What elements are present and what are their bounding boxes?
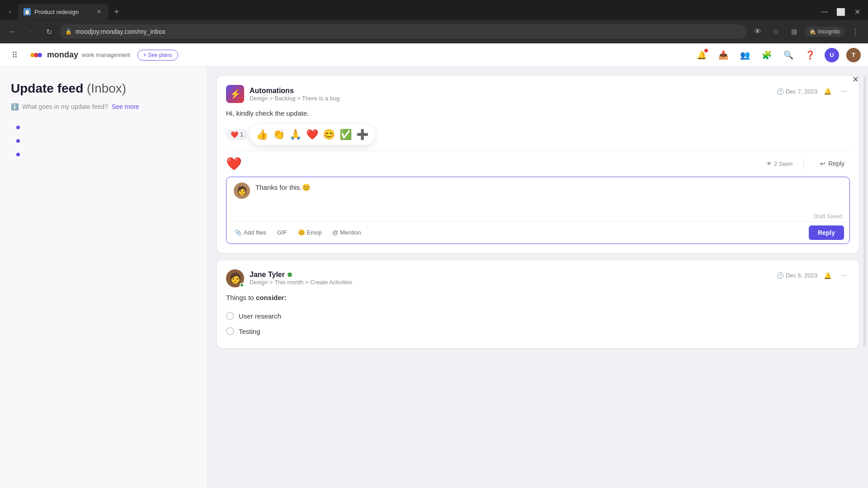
jane-card-body: Things to consider: <box>226 293 850 303</box>
help-btn[interactable]: ❓ <box>803 48 817 62</box>
panel-title: Update feed (Inbox) <box>11 81 197 96</box>
reply-submit-btn[interactable]: Reply <box>809 225 844 240</box>
incognito-icon: 🕵 <box>809 28 816 35</box>
checklist: User research Testing <box>226 308 850 339</box>
check-emoji[interactable]: ✅ <box>339 128 353 141</box>
see-plans-btn[interactable]: + See plans <box>137 50 178 61</box>
jane-tyler-avatar-wrapper: 🧑 <box>226 269 244 287</box>
new-tab-btn[interactable]: + <box>110 5 123 18</box>
sidebar-dot-1 <box>16 126 20 129</box>
modal-close-btn[interactable]: ✕ <box>848 72 863 87</box>
star-icon[interactable]: ☆ <box>769 24 783 39</box>
card-date: 🕐 Dec 7, 2023 <box>777 88 817 95</box>
tab-back-btn[interactable]: ‹ <box>4 5 16 18</box>
checklist-item-2: Testing <box>226 324 850 339</box>
lock-icon: 🔒 <box>65 28 72 35</box>
clock-icon: 🕐 <box>777 88 784 95</box>
clap-emoji[interactable]: 👏 <box>272 128 286 141</box>
search-btn[interactable]: 🔍 <box>781 48 796 62</box>
reply-composer: 🧑 Thanks for this.😊 Draft Saved 📎 Add fi… <box>226 177 850 244</box>
seen-count: 👁 2 Seen <box>766 160 793 167</box>
card-body: Hi, kindly check the update. <box>226 108 850 119</box>
reaction-count: 1 <box>240 131 243 138</box>
bell-icon-btn[interactable]: 🔔 <box>821 85 834 98</box>
add-files-btn[interactable]: 📎 Add files <box>232 227 269 238</box>
jane-card-date: 🕐 Dec 6, 2023 <box>777 272 817 279</box>
automations-card: ⚡ Automations Design > Backlog > There i… <box>217 76 859 253</box>
restore-btn[interactable]: ⬜ <box>834 5 848 19</box>
mention-btn[interactable]: @ Mention <box>330 227 363 238</box>
add-emoji[interactable]: ➕ <box>355 128 369 141</box>
tab-close-btn[interactable]: ✕ <box>95 8 103 16</box>
heart-emoji: ❤️ <box>231 131 238 138</box>
jane-bell-btn[interactable]: 🔔 <box>821 269 834 282</box>
jane-tyler-name: Jane Tyler <box>250 271 285 279</box>
emoji-btn[interactable]: 😊 Emoji <box>295 227 325 238</box>
minimize-btn[interactable]: — <box>817 5 832 19</box>
app-logo: monday work management <box>29 48 130 62</box>
heart-reaction-pill[interactable]: ❤️ 1 <box>226 129 248 140</box>
info-icon: ℹ️ <box>11 103 19 110</box>
eye-slash-icon[interactable]: 👁 <box>750 24 765 39</box>
emoji-picker: 👍 👏 🙏 ❤️ 😊 ✅ ➕ <box>250 124 375 145</box>
apps-grid-btn[interactable]: ⠿ <box>7 48 22 62</box>
user-avatar2-btn[interactable]: T <box>846 48 861 62</box>
checklist-radio-2[interactable] <box>226 327 234 335</box>
forward-btn[interactable]: → <box>24 24 38 39</box>
checklist-item-1: User research <box>226 308 850 324</box>
incognito-badge: 🕵 Incognito <box>805 27 844 37</box>
address-text: moodjoy.monday.com/my_inbox <box>75 28 741 35</box>
checklist-label-1: User research <box>239 312 281 320</box>
more-options-btn[interactable]: ⋯ <box>837 85 850 98</box>
online-dot-inline <box>288 272 292 277</box>
composer-text[interactable]: Thanks for this.😊 <box>255 183 842 193</box>
checklist-label-2: Testing <box>239 328 260 335</box>
right-panel: ✕ ⚡ Automations Design > Backlog > There… <box>208 67 868 488</box>
clock-icon-2: 🕐 <box>777 272 784 279</box>
pray-emoji[interactable]: 🙏 <box>288 128 302 141</box>
sidebar-items <box>11 121 197 161</box>
inbox-btn[interactable]: 📥 <box>716 48 731 62</box>
automations-avatar: ⚡ <box>226 85 244 103</box>
app-logo-sub: work management <box>82 52 130 58</box>
eye-icon: 👁 <box>766 160 772 167</box>
people-btn[interactable]: 👥 <box>738 48 752 62</box>
notification-badge <box>704 49 708 52</box>
tab-favicon: 📋 <box>24 8 31 15</box>
svg-point-2 <box>38 53 42 57</box>
sidebar-item-1[interactable] <box>11 121 197 134</box>
tab-title: Product redesign <box>34 9 91 15</box>
reaction-bar: ❤️ 1 👍 👏 🙏 ❤️ 😊 ✅ ➕ <box>226 124 850 145</box>
heart-emoji-option[interactable]: ❤️ <box>305 128 319 141</box>
thumbs-up-emoji[interactable]: 👍 <box>255 128 269 141</box>
jane-tyler-card: 🧑 Jane Tyler Design > This month > Creat… <box>217 260 859 348</box>
card-sender: Automations <box>250 87 340 95</box>
sidebar-item-2[interactable] <box>11 135 197 147</box>
sidebar-icon[interactable]: ⊞ <box>787 24 801 39</box>
app-logo-text: monday <box>47 50 78 60</box>
reply-btn[interactable]: ↩ Reply <box>815 157 850 170</box>
card-breadcrumb: Design > Backlog > There is a bug <box>250 95 340 102</box>
menu-btn[interactable]: ⋮ <box>848 24 863 39</box>
sidebar-item-3[interactable] <box>11 148 197 161</box>
active-tab: 📋 Product redesign ✕ <box>18 4 108 19</box>
notifications-btn[interactable]: 🔔 <box>694 48 709 62</box>
scrollbar[interactable] <box>863 76 866 347</box>
see-more-link[interactable]: See more <box>112 103 139 110</box>
sidebar-dot-2 <box>16 139 20 143</box>
paperclip-icon: 📎 <box>235 229 242 236</box>
refresh-btn[interactable]: ↻ <box>42 24 56 39</box>
panel-subtitle-row: ℹ️ What goes in my update feed? See more <box>11 103 197 110</box>
back-btn[interactable]: ← <box>5 24 20 39</box>
apps-btn[interactable]: 🧩 <box>760 48 774 62</box>
smile-emoji[interactable]: 😊 <box>322 128 336 141</box>
composer-toolbar: 📎 Add files GIF 😊 Emoji @ Mention <box>226 221 849 244</box>
at-icon: @ <box>332 229 338 236</box>
close-btn[interactable]: ✕ <box>850 5 864 19</box>
gif-btn[interactable]: GIF <box>274 227 290 238</box>
address-bar[interactable]: 🔒 moodjoy.monday.com/my_inbox <box>60 24 747 39</box>
user-avatar-btn[interactable]: U <box>825 48 839 62</box>
jane-more-btn[interactable]: ⋯ <box>837 269 850 282</box>
checklist-radio-1[interactable] <box>226 312 234 320</box>
sidebar-dot-3 <box>16 153 20 156</box>
